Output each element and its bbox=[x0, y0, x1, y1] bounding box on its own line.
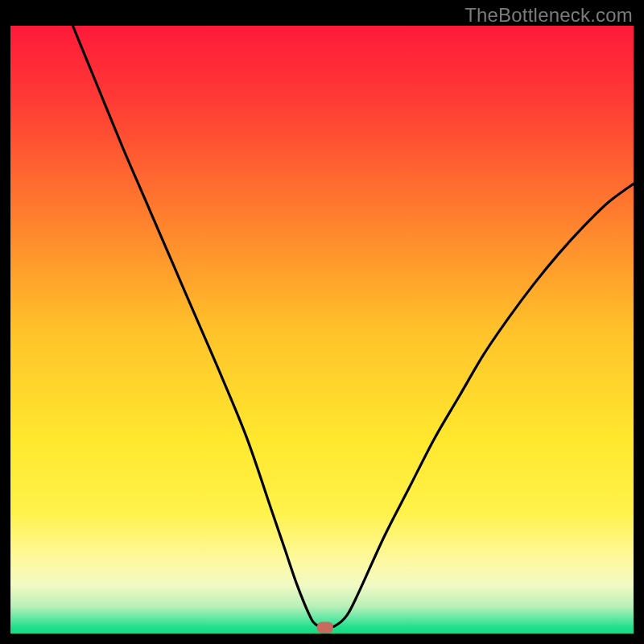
chart-stage: TheBottleneck.com bbox=[0, 0, 644, 644]
plot-area bbox=[10, 26, 634, 634]
optimum-marker bbox=[317, 621, 333, 633]
watermark-text: TheBottleneck.com bbox=[464, 4, 633, 27]
plot-frame bbox=[10, 26, 634, 634]
bottleneck-curve bbox=[10, 26, 634, 634]
